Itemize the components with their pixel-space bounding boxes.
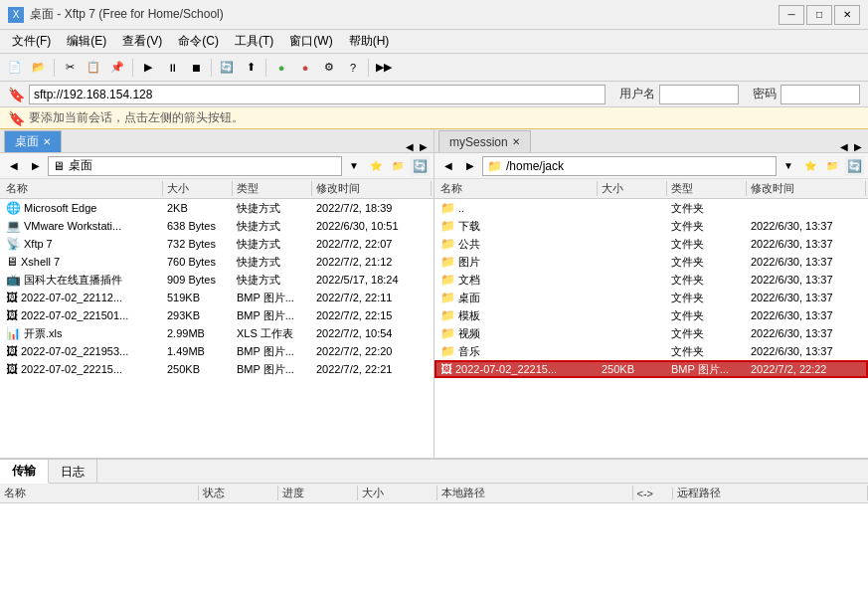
toolbar-refresh[interactable]: 🔄 bbox=[216, 57, 238, 79]
list-item[interactable]: 💻 VMware Workstati... 638 Bytes 快捷方式 202… bbox=[0, 217, 434, 235]
transfer-col-name: 名称 bbox=[0, 486, 199, 500]
list-item[interactable]: 📡 Xftp 7 732 Bytes 快捷方式 2022/7/2, 22:07 bbox=[0, 235, 434, 253]
file-name-cell: 📡 Xftp 7 bbox=[2, 237, 163, 251]
list-item[interactable]: 📁 视频 文件夹 2022/6/30, 13:37 bbox=[434, 324, 868, 342]
left-tab-next[interactable]: ▶ bbox=[418, 141, 430, 152]
list-item[interactable]: 📊 开票.xls 2.99MB XLS 工作表 2022/7/2, 10:54 bbox=[0, 324, 434, 342]
left-tab-desktop[interactable]: 桌面 ✕ bbox=[4, 130, 62, 152]
toolbar-green[interactable]: ● bbox=[270, 57, 292, 79]
toolbar-red[interactable]: ● bbox=[294, 57, 316, 79]
list-item[interactable]: 📁 .. 文件夹 bbox=[434, 199, 868, 217]
transfer-tab-transfer[interactable]: 传输 bbox=[0, 460, 49, 484]
file-size-cell: 519KB bbox=[163, 292, 233, 303]
toolbar-sep-1 bbox=[54, 59, 55, 77]
left-back[interactable]: ◀ bbox=[4, 156, 24, 176]
left-tab-prev[interactable]: ◀ bbox=[404, 141, 416, 152]
left-bookmark[interactable]: ⭐ bbox=[366, 156, 386, 176]
menu-file[interactable]: 文件(F) bbox=[4, 31, 59, 52]
toolbar-up[interactable]: ⬆ bbox=[240, 57, 261, 79]
list-item[interactable]: 🖼 2022-07-02_22215... 250KB BMP 图片... 20… bbox=[434, 360, 868, 378]
menu-help[interactable]: 帮助(H) bbox=[341, 31, 398, 52]
list-item[interactable]: 🖼 2022-07-02_221501... 293KB BMP 图片... 2… bbox=[0, 306, 434, 324]
toolbar-settings[interactable]: ⚙ bbox=[318, 57, 340, 79]
toolbar-extra[interactable]: ▶▶ bbox=[373, 57, 395, 79]
right-tab-next[interactable]: ▶ bbox=[852, 141, 864, 152]
right-bookmark[interactable]: ⭐ bbox=[800, 156, 820, 176]
right-newfolder[interactable]: 📁 bbox=[822, 156, 842, 176]
file-icon: 🖼 bbox=[6, 344, 18, 358]
left-forward[interactable]: ▶ bbox=[26, 156, 46, 176]
right-refresh[interactable]: 🔄 bbox=[844, 156, 864, 176]
close-button[interactable]: ✕ bbox=[834, 5, 860, 25]
right-path-box[interactable]: 📁 /home/jack bbox=[482, 156, 777, 176]
left-refresh[interactable]: 🔄 bbox=[410, 156, 430, 176]
left-path-box[interactable]: 🖥 桌面 bbox=[48, 156, 342, 176]
list-item[interactable]: 📁 桌面 文件夹 2022/6/30, 13:37 bbox=[434, 289, 868, 306]
menu-command[interactable]: 命令(C) bbox=[170, 31, 227, 52]
left-file-list[interactable]: 名称 大小 类型 修改时间 🌐 Microsoft Edge 2KB 快捷方式 … bbox=[0, 179, 434, 458]
toolbar-pause[interactable]: ⏸ bbox=[161, 57, 183, 79]
list-item[interactable]: 🌐 Microsoft Edge 2KB 快捷方式 2022/7/2, 18:3… bbox=[0, 199, 434, 217]
address-icon: 🔖 bbox=[8, 87, 25, 102]
right-header-name[interactable]: 名称 bbox=[436, 181, 598, 196]
toolbar-paste[interactable]: 📌 bbox=[106, 57, 128, 79]
right-header-size[interactable]: 大小 bbox=[598, 181, 667, 196]
list-item[interactable]: 🖼 2022-07-02_221953... 1.49MB BMP 图片... … bbox=[0, 342, 434, 360]
list-item[interactable]: 📁 音乐 文件夹 2022/6/30, 13:37 bbox=[434, 342, 868, 360]
file-modified-cell: 2022/7/2, 18:39 bbox=[312, 202, 432, 214]
right-pane-nav: ◀ ▶ 📁 /home/jack ▼ ⭐ 📁 🔄 bbox=[434, 153, 868, 179]
list-item[interactable]: 📁 模板 文件夹 2022/6/30, 13:37 bbox=[434, 306, 868, 324]
toolbar-open[interactable]: 📂 bbox=[28, 57, 50, 79]
list-item[interactable]: 📺 国科大在线直播插件 909 Bytes 快捷方式 2022/5/17, 18… bbox=[0, 271, 434, 289]
menu-view[interactable]: 查看(V) bbox=[114, 31, 170, 52]
right-file-rows: 📁 .. 文件夹 📁 下载 文件夹 2022/6/30, 13:37 📁 公共 … bbox=[434, 199, 868, 378]
toolbar-cut[interactable]: ✂ bbox=[59, 57, 81, 79]
left-header-name[interactable]: 名称 bbox=[2, 181, 163, 196]
toolbar-stop[interactable]: ⏹ bbox=[185, 57, 207, 79]
file-modified-cell: 2022/6/30, 13:37 bbox=[747, 256, 866, 268]
address-input[interactable] bbox=[29, 85, 606, 104]
file-type-cell: BMP 图片... bbox=[667, 362, 747, 377]
right-forward[interactable]: ▶ bbox=[460, 156, 480, 176]
file-type-cell: 文件夹 bbox=[667, 291, 747, 305]
left-tab-close[interactable]: ✕ bbox=[43, 136, 51, 147]
left-header-size[interactable]: 大小 bbox=[163, 181, 233, 196]
file-name: 下载 bbox=[458, 219, 480, 234]
menu-window[interactable]: 窗口(W) bbox=[281, 31, 340, 52]
file-size-cell: 2.99MB bbox=[163, 327, 233, 339]
transfer-tab-log[interactable]: 日志 bbox=[49, 460, 97, 484]
right-path-dropdown[interactable]: ▼ bbox=[779, 156, 798, 176]
minimize-button[interactable]: ─ bbox=[779, 5, 804, 25]
list-item[interactable]: 🖼 2022-07-02_22112... 519KB BMP 图片... 20… bbox=[0, 289, 434, 306]
left-header-type[interactable]: 类型 bbox=[233, 181, 312, 196]
toolbar-play[interactable]: ▶ bbox=[137, 57, 159, 79]
toolbar-help[interactable]: ? bbox=[342, 57, 364, 79]
right-header-modified[interactable]: 修改时间 bbox=[747, 181, 866, 196]
right-back[interactable]: ◀ bbox=[438, 156, 458, 176]
right-header-type[interactable]: 类型 bbox=[667, 181, 747, 196]
file-icon: 📁 bbox=[440, 255, 455, 269]
username-input[interactable] bbox=[659, 85, 739, 104]
file-modified-cell: 2022/6/30, 13:37 bbox=[747, 274, 866, 286]
menu-tools[interactable]: 工具(T) bbox=[227, 31, 281, 52]
toolbar-copy[interactable]: 📋 bbox=[83, 57, 104, 79]
right-file-list[interactable]: 名称 大小 类型 修改时间 📁 .. 文件夹 📁 下载 文件夹 2022/6/3… bbox=[434, 179, 868, 458]
file-name-cell: 🖼 2022-07-02_22215... bbox=[2, 362, 163, 376]
maximize-button[interactable]: □ bbox=[806, 5, 832, 25]
menu-edit[interactable]: 编辑(E) bbox=[59, 31, 114, 52]
left-header-modified[interactable]: 修改时间 bbox=[312, 181, 432, 196]
list-item[interactable]: 📁 文档 文件夹 2022/6/30, 13:37 bbox=[434, 271, 868, 289]
toolbar-new[interactable]: 📄 bbox=[4, 57, 26, 79]
file-icon: 📁 bbox=[440, 201, 455, 215]
right-tab-session[interactable]: mySession ✕ bbox=[438, 130, 531, 152]
list-item[interactable]: 📁 下载 文件夹 2022/6/30, 13:37 bbox=[434, 217, 868, 235]
right-tab-close[interactable]: ✕ bbox=[512, 136, 520, 147]
list-item[interactable]: 📁 公共 文件夹 2022/6/30, 13:37 bbox=[434, 235, 868, 253]
list-item[interactable]: 🖥 Xshell 7 760 Bytes 快捷方式 2022/7/2, 21:1… bbox=[0, 253, 434, 271]
right-tab-prev[interactable]: ◀ bbox=[838, 141, 850, 152]
list-item[interactable]: 🖼 2022-07-02_22215... 250KB BMP 图片... 20… bbox=[0, 360, 434, 378]
left-newfolder[interactable]: 📁 bbox=[388, 156, 408, 176]
list-item[interactable]: 📁 图片 文件夹 2022/6/30, 13:37 bbox=[434, 253, 868, 271]
password-input[interactable] bbox=[781, 85, 860, 104]
left-path-dropdown[interactable]: ▼ bbox=[344, 156, 364, 176]
